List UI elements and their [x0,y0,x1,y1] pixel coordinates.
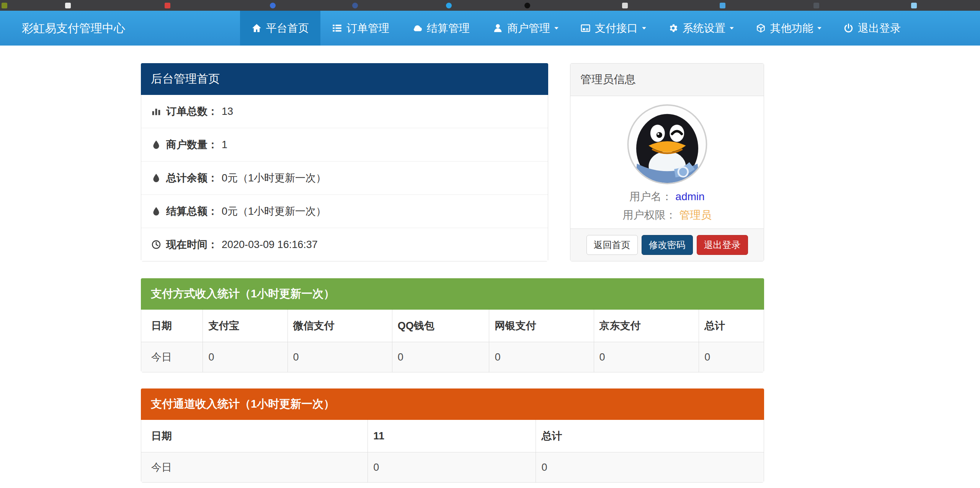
table-cell: 0 [392,342,489,372]
table-header-row: 日期11总计 [141,420,764,452]
nav-item-label: 支付接口 [595,21,638,36]
column-header: 微信支付 [287,310,392,342]
stat-value: 13 [222,106,233,118]
table-cell: 今日 [141,342,203,372]
logout-button[interactable]: 退出登录 [697,235,748,255]
home-icon [252,23,262,33]
role-row: 用户权限：管理员 [577,208,758,222]
nav-item-gear[interactable]: 系统设置 [657,11,744,46]
tab-favicon[interactable] [165,3,170,8]
username-link[interactable]: admin [675,191,704,202]
dashboard-stats-list: 订单总数：13商户数量：1总计余额：0元（1小时更新一次）结算总额：0元（1小时… [141,95,548,261]
stat-row: 结算总额：0元（1小时更新一次） [141,194,548,228]
nav-item-label: 订单管理 [346,21,389,36]
nav-item-card[interactable]: 支付接口 [569,11,657,46]
column-header: 11 [368,420,536,452]
stat-row: 订单总数：13 [141,95,548,128]
nav-item-power[interactable]: 退出登录 [832,11,912,46]
admin-panel-footer: 返回首页修改密码退出登录 [570,228,764,261]
browser-tab-strip [0,0,980,11]
back-home-button[interactable]: 返回首页 [586,235,638,255]
stat-value: 0元（1小时更新一次） [222,171,326,185]
tab-favicon[interactable] [911,3,917,8]
change-password-button[interactable]: 修改密码 [642,235,693,255]
navbar-menu: 平台首页订单管理结算管理商户管理支付接口系统设置其他功能退出登录 [240,11,912,46]
list-icon [332,23,342,33]
payment-channel-stats-table: 日期11总计今日00 [141,420,764,482]
main-navbar: 彩虹易支付管理中心 平台首页订单管理结算管理商户管理支付接口系统设置其他功能退出… [0,11,980,46]
dashboard-panel: 后台管理首页 订单总数：13商户数量：1总计余额：0元（1小时更新一次）结算总额… [141,63,548,261]
column-header: 总计 [699,310,764,342]
column-header: 日期 [141,420,368,452]
stat-row: 现在时间：2020-03-09 16:16:37 [141,228,548,261]
table-row: 今日000000 [141,342,764,372]
table-cell: 今日 [141,452,368,483]
nav-item-label: 商户管理 [507,21,550,36]
stat-value: 1 [222,139,227,151]
user-icon [493,23,503,33]
payment-method-stats-panel: 支付方式收入统计（1小时更新一次） 日期支付宝微信支付QQ钱包网银支付京东支付总… [141,278,764,372]
caret-down-icon [816,25,823,31]
cube-icon [756,23,766,33]
nav-item-list[interactable]: 订单管理 [320,11,401,46]
username-row: 用户名：admin [577,189,758,204]
table-header-row: 日期支付宝微信支付QQ钱包网银支付京东支付总计 [141,310,764,342]
stat-label: 现在时间： [166,238,218,251]
tint-icon [151,173,161,183]
table-cell: 0 [489,342,594,372]
stat-value: 0元（1小时更新一次） [222,204,326,218]
stat-row: 总计余额：0元（1小时更新一次） [141,161,548,194]
tab-favicon[interactable] [2,3,7,8]
tab-favicon[interactable] [524,3,530,8]
column-header: 京东支付 [594,310,699,342]
caret-down-icon [641,25,647,31]
stat-value: 2020-03-09 16:16:37 [222,239,318,251]
nav-item-cloud[interactable]: 结算管理 [401,11,481,46]
tab-favicon[interactable] [270,3,276,8]
stat-label: 结算总额： [166,204,218,218]
tab-favicon[interactable] [813,3,819,8]
payment-channel-stats-title: 支付通道收入统计（1小时更新一次） [141,388,764,420]
cloud-icon [412,23,423,33]
nav-item-cube[interactable]: 其他功能 [744,11,832,46]
column-header: 总计 [536,420,764,452]
tab-favicon[interactable] [352,3,358,8]
brand-title[interactable]: 彩虹易支付管理中心 [22,11,125,46]
column-header: 支付宝 [203,310,287,342]
column-header: QQ钱包 [392,310,489,342]
admin-panel-title: 管理员信息 [570,64,764,96]
nav-item-label: 结算管理 [427,21,470,36]
nav-item-user[interactable]: 商户管理 [481,11,569,46]
payment-channel-stats-panel: 支付通道收入统计（1小时更新一次） 日期11总计今日00 [141,388,764,483]
table-cell: 0 [594,342,699,372]
card-icon [580,23,591,33]
tab-favicon[interactable] [65,3,71,8]
admin-panel-body: 用户名：admin 用户权限：管理员 [570,96,764,228]
dashboard-panel-title: 后台管理首页 [141,63,548,95]
payment-method-stats-table: 日期支付宝微信支付QQ钱包网银支付京东支付总计今日000000 [141,310,764,372]
column-header: 日期 [141,310,203,342]
stat-label: 订单总数： [166,104,218,118]
column-header: 网银支付 [489,310,594,342]
caret-down-icon [553,25,560,31]
nav-item-label: 系统设置 [683,21,725,36]
username-label: 用户名： [629,191,672,202]
table-cell: 0 [699,342,764,372]
table-cell: 0 [536,452,764,483]
tab-favicon[interactable] [622,3,628,8]
stats-icon [151,106,161,116]
role-value: 管理员 [679,209,712,221]
tab-favicon[interactable] [720,3,725,8]
clock-icon [151,240,161,250]
nav-item-home[interactable]: 平台首页 [240,11,320,46]
gear-icon [668,23,678,33]
table-row: 今日00 [141,452,764,483]
admin-info-panel: 管理员信息 [570,63,764,261]
nav-item-label: 退出登录 [858,21,901,36]
stat-label: 商户数量： [166,138,218,152]
table-cell: 0 [287,342,392,372]
tint-icon [151,206,161,216]
page-content: 后台管理首页 订单总数：13商户数量：1总计余额：0元（1小时更新一次）结算总额… [141,46,764,483]
tab-favicon[interactable] [446,3,452,8]
table-cell: 0 [203,342,287,372]
